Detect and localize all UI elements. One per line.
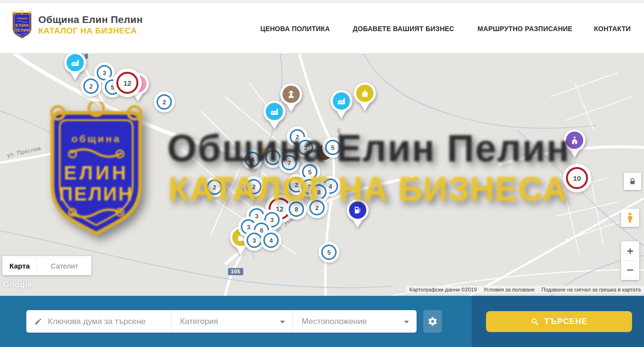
- cluster-count: 2: [213, 184, 216, 191]
- pin-head: [347, 199, 369, 221]
- road-badge: 105: [228, 268, 243, 275]
- search-submit-button[interactable]: ТЪРСЕНЕ: [486, 311, 632, 332]
- map-type-satellite-button[interactable]: Сателит: [37, 256, 91, 275]
- pin-head: [330, 90, 352, 112]
- cluster-count: 8: [317, 189, 320, 196]
- cluster-count: 5: [331, 144, 334, 151]
- map-cluster-marker[interactable]: 5: [325, 140, 340, 155]
- google-logo[interactable]: Google: [3, 280, 33, 290]
- cluster-count: 5: [308, 168, 311, 176]
- cluster-count: 2: [295, 134, 299, 141]
- cluster-count: 5: [111, 84, 114, 91]
- advanced-settings-button[interactable]: [423, 310, 442, 333]
- bag-icon: [360, 88, 370, 99]
- header: община ЕЛИН ПЕЛИН Община Елин Пелин КАТА…: [0, 3, 644, 54]
- lock-icon: [628, 177, 637, 186]
- map-cluster-marker[interactable]: 6: [265, 150, 281, 165]
- top-strip: [0, 0, 644, 3]
- location-dropdown[interactable]: Местоположение: [293, 310, 417, 333]
- map-cluster-marker[interactable]: 8: [311, 184, 327, 200]
- search-icon: [531, 317, 539, 326]
- site-logo[interactable]: община ЕЛИН ПЕЛИН Община Елин Пелин КАТА…: [11, 10, 143, 40]
- zoom-out-button[interactable]: −: [621, 262, 639, 278]
- map-cluster-marker[interactable]: 2: [157, 94, 172, 110]
- nav-route-schedule[interactable]: МАРШРУТНО РАЗПИСАНИЕ: [478, 24, 573, 33]
- nav-add-business[interactable]: ДОБАВЕТЕ ВАШИЯТ БИЗНЕС: [353, 24, 454, 33]
- pin-head: [263, 101, 285, 123]
- map-cluster-marker[interactable]: 5: [302, 164, 317, 179]
- map-cluster-marker[interactable]: 5: [321, 245, 337, 260]
- map-cluster-marker[interactable]: 3: [247, 233, 262, 248]
- nav-pricing-policy[interactable]: ЦЕНОВА ПОЛИТИКА: [260, 24, 330, 33]
- map-cluster-marker[interactable]: 2: [83, 78, 99, 94]
- map-cluster-marker[interactable]: 12: [116, 72, 138, 94]
- map-canvas[interactable]: 325122223564752274821283338345106002105у…: [0, 54, 644, 296]
- map-cluster-marker[interactable]: 3: [97, 65, 112, 80]
- factory-icon: [70, 57, 80, 68]
- worker-icon: [286, 89, 296, 100]
- map-cluster-marker[interactable]: 3: [298, 140, 313, 155]
- map-type-map-button[interactable]: Карта: [2, 256, 37, 275]
- zoom-control: + −: [621, 241, 639, 280]
- map-type-control: Карта Сателит: [2, 256, 91, 275]
- category-dropdown[interactable]: Категория: [171, 310, 293, 333]
- attribution-copyright: Картографски данни ©2019: [406, 287, 480, 292]
- map-cluster-marker[interactable]: 7: [282, 155, 297, 170]
- keyword-section: [26, 310, 171, 333]
- pin-head: [64, 54, 86, 74]
- map-cluster-marker[interactable]: 4: [245, 152, 260, 167]
- map-pin-factory-icon[interactable]: [64, 54, 86, 80]
- search-input-group: Категория Местоположение: [26, 310, 417, 333]
- map-pin-bag-icon[interactable]: [354, 82, 376, 111]
- svg-text:ЕЛИН: ЕЛИН: [15, 23, 29, 28]
- map-cluster-marker[interactable]: 10: [566, 167, 588, 189]
- map-pin-factory-icon[interactable]: [263, 101, 285, 129]
- site-subtitle: КАТАЛОГ НА БИЗНЕСА: [38, 26, 143, 36]
- map-cluster-marker[interactable]: 4: [263, 233, 279, 248]
- cluster-count: 7: [287, 159, 291, 167]
- gear-icon: [428, 316, 438, 326]
- map-pin-fuel-icon[interactable]: [347, 199, 369, 228]
- pegman-icon: [624, 212, 636, 224]
- cluster-count: 3: [252, 237, 256, 244]
- cluster-count: 3: [255, 213, 258, 220]
- cluster-count: 4: [328, 183, 332, 190]
- map-attribution: Картографски данни ©2019 Условия за полз…: [406, 286, 644, 293]
- cluster-count: 4: [250, 156, 254, 163]
- cluster-count: 2: [252, 183, 255, 190]
- cluster-count: 8: [294, 206, 298, 213]
- attribution-terms-link[interactable]: Условия за ползване: [480, 287, 538, 292]
- fuel-icon: [352, 205, 363, 215]
- nav-contacts[interactable]: КОНТАКТИ: [594, 24, 631, 33]
- zoom-in-button[interactable]: +: [621, 243, 639, 259]
- map-cluster-marker[interactable]: 2: [207, 179, 222, 195]
- cluster-count: 2: [315, 204, 318, 212]
- cluster-count: 2: [162, 99, 166, 106]
- keyword-search-input[interactable]: [48, 317, 163, 326]
- pin-head: [354, 82, 376, 104]
- bag-icon: [236, 232, 246, 243]
- search-bar: Категория Местоположение ТЪРСЕНЕ: [0, 296, 644, 347]
- cluster-count: 2: [89, 83, 92, 90]
- fullscreen-lock-button[interactable]: [624, 173, 641, 190]
- factory-icon: [269, 106, 280, 117]
- cluster-count: 3: [270, 216, 273, 224]
- chevron-down-icon: [404, 321, 409, 324]
- main-nav: ЦЕНОВА ПОЛИТИКА ДОБАВЕТЕ ВАШИЯТ БИЗНЕС М…: [258, 3, 632, 54]
- chevron-down-icon: [280, 321, 285, 324]
- cluster-count: 12: [276, 205, 284, 213]
- map-pin-factory-icon[interactable]: [330, 90, 352, 119]
- map-cluster-marker[interactable]: 2: [246, 179, 261, 194]
- attribution-report-link[interactable]: Подаване на сигнал за грешка в картата: [538, 287, 644, 292]
- category-dropdown-label: Категория: [180, 317, 218, 326]
- cluster-count: 4: [269, 237, 272, 244]
- factory-icon: [336, 96, 347, 106]
- cluster-count: 2: [294, 181, 298, 189]
- map-pin-church-icon[interactable]: [564, 129, 586, 158]
- cluster-count: 7: [307, 183, 311, 190]
- cluster-count: 3: [102, 69, 106, 77]
- map-cluster-marker[interactable]: 2: [309, 200, 325, 215]
- map-cluster-marker[interactable]: 8: [289, 201, 304, 217]
- site-title: Община Елин Пелин: [38, 14, 143, 25]
- street-view-pegman-button[interactable]: [621, 209, 639, 227]
